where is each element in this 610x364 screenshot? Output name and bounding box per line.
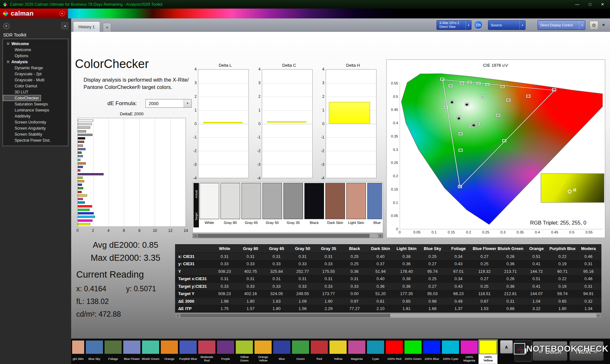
sidebar-item-3d-lut[interactable]: 3D LUT — [3, 89, 68, 95]
scrollbar-thumb[interactable] — [180, 314, 390, 317]
sidebar-item-dynamic-range[interactable]: Dynamic Range — [3, 65, 68, 71]
deltae-bar-yellow-green — [78, 177, 83, 179]
patch-button-blue-sky[interactable]: Blue Sky — [85, 340, 103, 363]
meter-badge[interactable]: 235 — [474, 21, 483, 29]
new-tab-button[interactable]: + — [103, 23, 111, 32]
patch-button-cyan[interactable]: Cyan — [367, 340, 384, 363]
patch-button-foliage[interactable]: Foliage — [104, 340, 122, 363]
chevron-down-icon: ▼ — [519, 21, 525, 30]
patch-button-100-green[interactable]: 100% Green — [404, 340, 422, 363]
sidebar-item-saturation-sweeps[interactable]: Saturation Sweeps — [3, 101, 68, 107]
target-marker — [444, 106, 448, 109]
table-cell: 0.46 — [575, 276, 601, 281]
table-cell: 0.33 — [315, 261, 342, 266]
sidebar-item-grayscale-2pt[interactable]: Grayscale - 2pt — [3, 71, 68, 77]
y-tick-label: -2 — [321, 149, 324, 153]
swatch-gray-50[interactable]: Gray 50 — [262, 183, 282, 232]
patch-button-red[interactable]: Red — [310, 340, 328, 363]
sidebar-item-additivity[interactable]: Additivity — [3, 113, 68, 119]
collapse-up-button[interactable]: ∧ — [500, 340, 513, 354]
swatch-white[interactable]: White — [200, 183, 219, 232]
patch-button-magenta[interactable]: Magenta — [348, 340, 366, 363]
logo-menu-button[interactable]: ▼ — [59, 11, 65, 16]
patch-button-100-yellow[interactable]: 100% Yellow — [479, 340, 497, 363]
patch-label: Magenta — [348, 354, 366, 363]
patch-button-blue-flower[interactable]: Blue Flower — [123, 340, 141, 363]
calman-logo[interactable]: calman ▼ — [0, 9, 68, 18]
patch-button-orange-yellow[interactable]: Orange Yellow — [254, 340, 272, 363]
delta-c-chart-value-line — [267, 121, 306, 123]
tab-history-1[interactable]: History 1 — [73, 21, 100, 32]
scroll-right-icon[interactable]: ► — [596, 313, 601, 318]
sidebar-item-screen-uniformity[interactable]: Screen Uniformity — [3, 119, 68, 125]
sidebar-item-spectral-power-dist[interactable]: Spectral Power Dist. — [3, 137, 68, 143]
patch-button-purple[interactable]: Purple — [217, 340, 234, 363]
patch-button-blue[interactable]: Blue — [273, 340, 291, 363]
patch-button-100-magenta[interactable]: 100% Magenta — [460, 340, 478, 363]
swatch-blue[interactable]: Blue — [367, 183, 382, 232]
rainbow-strip: calman ▼ — [0, 9, 610, 18]
swatch-gray-80[interactable]: Gray 80 — [220, 183, 240, 232]
sidebar-item-options[interactable]: Options — [3, 53, 68, 59]
sample-point-ring-icon — [568, 190, 572, 193]
back-button[interactable]: « Back — [532, 341, 567, 361]
patch-button-yellow[interactable]: Yellow — [329, 340, 347, 363]
patch-button-purplish-blue[interactable]: Purplish Blue — [179, 340, 197, 363]
swatch-gray-35[interactable]: Gray 35 — [283, 183, 303, 232]
tree-section-welcome[interactable]: Welcome — [3, 41, 68, 47]
sidebar-item-colorchecker[interactable]: ColorChecker — [3, 95, 41, 101]
swatch-scrollbar[interactable]: ◄ ► — [193, 233, 383, 238]
de-formula-select[interactable]: 2000 ▼ — [146, 99, 192, 108]
table-scrollbar[interactable]: ◄ ► — [175, 313, 601, 318]
workflow-icon[interactable] — [3, 23, 10, 29]
table-cell: 2.29 — [315, 306, 342, 311]
cie-y-tick-label: 0.5 — [387, 95, 398, 98]
swatch-gray-65[interactable]: Gray 65 — [241, 183, 261, 232]
blank-patch-button[interactable] — [515, 340, 532, 362]
sidebar-item-screen-stability[interactable]: Screen Stability — [3, 131, 68, 137]
swatch-black[interactable]: Black — [304, 183, 324, 232]
patch-button-bluish-green[interactable]: Bluish Green — [142, 340, 159, 363]
patch-button-yellow-green[interactable]: Yellow Green — [235, 340, 253, 363]
source-dropdown[interactable]: Source ▼ — [488, 20, 525, 30]
patch-button-100-cyan[interactable]: 100% Cyan — [442, 340, 459, 363]
sidebar-item-luminance-sweeps[interactable]: Luminance Sweeps — [3, 107, 68, 113]
scroll-right-icon[interactable]: ► — [378, 234, 383, 238]
tree-section-analysis[interactable]: Analysis — [3, 59, 68, 65]
table-cell: 0.31 — [498, 299, 524, 304]
patch-button-moderate-red[interactable]: Moderate Red — [198, 340, 216, 363]
column-header-gray-35: Gray 35 — [315, 246, 342, 251]
settings-gear-button[interactable]: ⚙ — [590, 21, 598, 30]
scrollbar-thumb[interactable] — [198, 234, 369, 238]
maximize-button[interactable]: □ — [589, 2, 591, 7]
sidebar-item-screen-angularity[interactable]: Screen Angularity — [3, 125, 68, 131]
swatch-dark-skin[interactable]: Dark Skin — [325, 183, 345, 232]
minimize-button[interactable]: — — [575, 2, 579, 7]
patch-button-100-blue[interactable]: 100% Blue — [423, 340, 441, 363]
sidebar-item-color-gamut[interactable]: Color Gamut — [3, 83, 68, 89]
swatch-label: Blue — [367, 221, 382, 225]
sidebar-collapse-button[interactable]: ◄ — [61, 22, 68, 29]
patch-button-ght-skin[interactable]: ght Skin — [72, 340, 85, 363]
deltae-plot — [78, 118, 186, 226]
table-cell: 0.00 — [342, 291, 368, 296]
scroll-left-icon[interactable]: ◄ — [175, 313, 180, 318]
chevron-down-icon: ▼ — [465, 21, 471, 30]
target-marker — [460, 82, 464, 84]
close-button[interactable]: ✕ — [601, 2, 604, 7]
next-button[interactable]: Next » — [569, 341, 604, 361]
scroll-left-icon[interactable]: ◄ — [193, 234, 198, 238]
patch-button-100-red[interactable]: 100% Red — [385, 340, 403, 363]
patch-color — [423, 340, 441, 354]
sidebar-item-welcome[interactable]: Welcome — [3, 47, 68, 53]
table-cell: 0.46 — [575, 254, 601, 259]
swatch-light-skin[interactable]: Light Skin — [346, 183, 366, 232]
deltae-bar-gray-80 — [78, 123, 92, 125]
patch-button-orange[interactable]: Orange — [160, 340, 178, 363]
patch-button-green[interactable]: Green — [292, 340, 309, 363]
display-control-dropdown[interactable]: Direct Display Control ▼ — [538, 20, 585, 30]
panel-collapse-button[interactable]: ◄ — [601, 22, 605, 27]
sidebar-item-grayscale-multi[interactable]: Grayscale - Multi — [3, 77, 68, 83]
meter-dropdown[interactable]: X-Rite i1Pro 2 Direct View ▼ — [437, 20, 471, 30]
table-cell: 178.40 — [394, 269, 420, 274]
